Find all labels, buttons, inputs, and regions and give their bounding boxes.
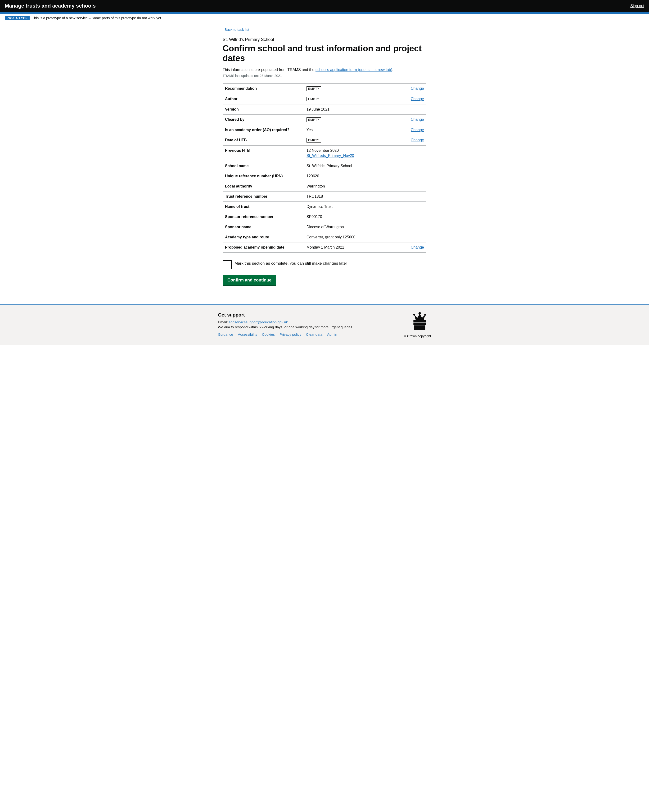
table-row: Local authority Warrington <box>223 181 426 192</box>
row-label: Author <box>223 94 304 104</box>
row-label: Previous HTB <box>223 146 304 161</box>
row-label: Sponsor reference number <box>223 212 304 222</box>
table-row: Date of HTB EMPTY Change <box>223 135 426 146</box>
application-form-link[interactable]: school's application form (opens in a ne… <box>315 68 392 72</box>
empty-tag: EMPTY <box>306 86 321 91</box>
header: Manage trusts and academy schools Sign o… <box>0 0 649 14</box>
row-value: Warrington <box>304 181 396 192</box>
row-label: School name <box>223 161 304 171</box>
row-label: Version <box>223 104 304 114</box>
svg-rect-0 <box>413 323 426 325</box>
row-label: Proposed academy opening date <box>223 243 304 253</box>
footer-support: Get support Email: sddservicesupport@edu… <box>218 312 352 336</box>
svg-rect-1 <box>414 325 426 330</box>
footer-links: Guidance Accessibility Cookies Privacy p… <box>218 333 352 336</box>
footer-response-text: We aim to respond within 5 working days,… <box>218 325 352 329</box>
change-opening-date-link[interactable]: Change <box>411 245 424 249</box>
confirm-continue-button[interactable]: Confirm and continue <box>223 275 276 285</box>
footer-crown: © Crown copyright <box>404 312 431 338</box>
row-action <box>396 181 426 192</box>
complete-section-label[interactable]: Mark this section as complete, you can s… <box>234 260 347 266</box>
row-action <box>396 212 426 222</box>
change-htb-date-link[interactable]: Change <box>411 138 424 142</box>
prototype-banner: PROTOTYPE This is a prototype of a new s… <box>0 14 649 22</box>
svg-point-2 <box>419 312 421 314</box>
prototype-message: This is a prototype of a new service – S… <box>32 16 162 20</box>
footer-cookies-link[interactable]: Cookies <box>262 333 275 336</box>
crown-logo-icon <box>410 312 429 333</box>
row-action: Change <box>396 114 426 125</box>
row-label: Local authority <box>223 181 304 192</box>
table-row: Academy type and route Converter, grant … <box>223 232 426 243</box>
row-value: Converter, grant only £25000 <box>304 232 396 243</box>
table-row: Unique reference number (URN) 120620 <box>223 171 426 181</box>
row-action: Change <box>396 94 426 104</box>
row-action: Change <box>396 84 426 94</box>
footer-privacy-link[interactable]: Privacy policy <box>280 333 301 336</box>
row-value: 19 June 2021 <box>304 104 396 114</box>
table-row: Author EMPTY Change <box>223 94 426 104</box>
complete-section-checkbox-group: Mark this section as complete, you can s… <box>223 260 426 269</box>
row-label: Recommendation <box>223 84 304 94</box>
footer-guidance-link[interactable]: Guidance <box>218 333 233 336</box>
prototype-tag: PROTOTYPE <box>5 15 30 20</box>
footer-heading: Get support <box>218 312 352 318</box>
row-action: Change <box>396 125 426 135</box>
row-action: Change <box>396 135 426 146</box>
description-text-before: This information is pre-populated from T… <box>223 68 315 72</box>
row-value: Dynamics Trust <box>304 202 396 212</box>
info-table: Recommendation EMPTY Change Author EMPTY… <box>223 83 426 253</box>
row-label: Unique reference number (URN) <box>223 171 304 181</box>
table-row: Previous HTB 12 November 2020 St_Wilfred… <box>223 146 426 161</box>
back-chevron-icon: ‹ <box>223 28 223 31</box>
row-label: Name of trust <box>223 202 304 212</box>
empty-tag: EMPTY <box>306 138 321 142</box>
table-row: Trust reference number TRO1318 <box>223 192 426 202</box>
row-action <box>396 232 426 243</box>
back-link[interactable]: ‹ Back to task list <box>223 27 249 32</box>
change-recommendation-link[interactable]: Change <box>411 86 424 90</box>
row-value: EMPTY <box>304 94 396 104</box>
table-row: Sponsor name Diocese of Warrington <box>223 222 426 232</box>
row-action: Change <box>396 243 426 253</box>
school-name: St. Wilfrid's Primary School <box>223 37 426 42</box>
previous-htb-date: 12 November 2020 <box>306 148 339 153</box>
row-value: EMPTY <box>304 135 396 146</box>
row-action <box>396 192 426 202</box>
description-text-after: . <box>392 68 393 72</box>
svg-point-4 <box>424 314 426 316</box>
table-row: Sponsor reference number SP00170 <box>223 212 426 222</box>
change-ao-link[interactable]: Change <box>411 128 424 132</box>
row-label: Is an academy order (AO) required? <box>223 125 304 135</box>
row-action <box>396 171 426 181</box>
row-label: Sponsor name <box>223 222 304 232</box>
previous-htb-link[interactable]: St_Wilfreds_Primary_Nov20 <box>306 154 393 158</box>
row-value: St. Wilfrid's Primary School <box>304 161 396 171</box>
row-action <box>396 222 426 232</box>
footer-admin-link[interactable]: Admin <box>327 333 337 336</box>
table-row: Name of trust Dynamics Trust <box>223 202 426 212</box>
footer-clear-data-link[interactable]: Clear data <box>306 333 322 336</box>
footer-accessibility-link[interactable]: Accessibility <box>238 333 257 336</box>
row-value: Yes <box>304 125 396 135</box>
footer-email-text: Email: sddservicesupport@education.gov.u… <box>218 320 352 324</box>
trams-updated: TRAMS last updated on: 23 March 2021 <box>223 74 426 78</box>
table-row: School name St. Wilfrid's Primary School <box>223 161 426 171</box>
row-label: Cleared by <box>223 114 304 125</box>
row-action <box>396 104 426 114</box>
row-value: SP00170 <box>304 212 396 222</box>
footer: Get support Email: sddservicesupport@edu… <box>0 304 649 345</box>
table-row: Version 19 June 2021 <box>223 104 426 114</box>
row-action <box>396 202 426 212</box>
row-action <box>396 146 426 161</box>
table-row: Is an academy order (AO) required? Yes C… <box>223 125 426 135</box>
row-value: Monday 1 March 2021 <box>304 243 396 253</box>
change-cleared-by-link[interactable]: Change <box>411 118 424 121</box>
main-content: ‹ Back to task list St. Wilfrid's Primar… <box>218 22 431 295</box>
complete-section-checkbox[interactable] <box>223 260 232 269</box>
description-text: This information is pre-populated from T… <box>223 68 426 72</box>
change-author-link[interactable]: Change <box>411 97 424 101</box>
row-value: 12 November 2020 St_Wilfreds_Primary_Nov… <box>304 146 396 161</box>
sign-out-button[interactable]: Sign out <box>630 4 644 8</box>
footer-email-link[interactable]: sddservicesupport@education.gov.uk <box>229 320 288 324</box>
